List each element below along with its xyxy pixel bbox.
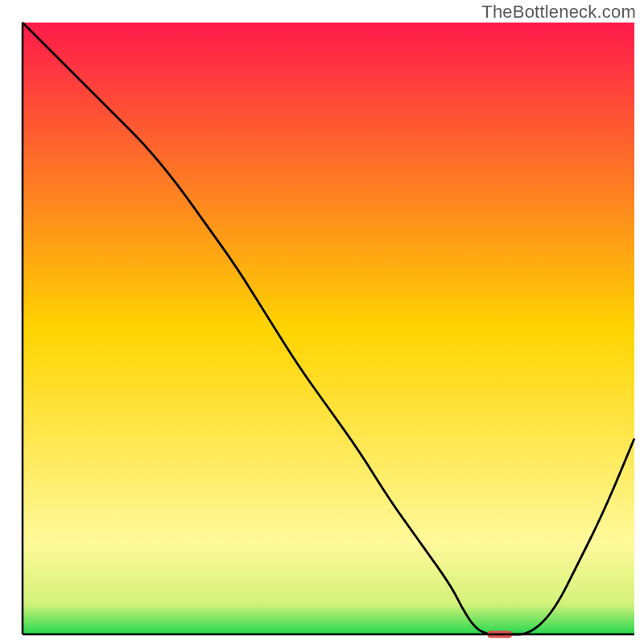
bottleneck-chart: TheBottleneck.com (0, 0, 644, 644)
chart-svg (0, 0, 644, 644)
watermark: TheBottleneck.com (481, 2, 636, 23)
